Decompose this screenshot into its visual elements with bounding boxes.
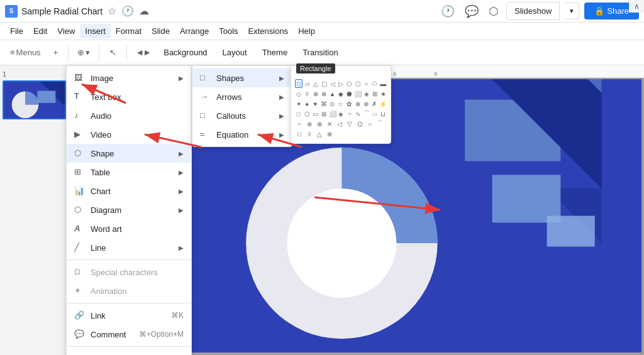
shape-r4-2[interactable]: ⬡ — [303, 109, 310, 118]
comment-btn[interactable]: 💬 — [462, 2, 481, 21]
shape-r6-3[interactable]: △ — [315, 129, 324, 138]
menu-view[interactable]: View — [52, 24, 80, 38]
history-icon[interactable]: 🕐 — [121, 5, 134, 17]
shape-bolt[interactable]: ⚡ — [379, 99, 387, 108]
slideshow-button[interactable]: Slideshow — [506, 2, 560, 20]
shape-r4-11[interactable]: ⊔ — [380, 109, 387, 118]
shape-triangle[interactable]: △ — [312, 79, 319, 88]
insert-diagram[interactable]: ⬡ Diagram ▶ — [67, 200, 191, 219]
layout-button[interactable]: Layout — [216, 45, 253, 60]
shape-r4-9[interactable]: ⌒ — [363, 109, 370, 118]
star-icon[interactable]: ☆ — [108, 5, 116, 17]
shape-r5-3[interactable]: ⊗ — [315, 119, 324, 128]
shape-r5-6[interactable]: ▽ — [345, 119, 354, 128]
shape-r5-9[interactable]: ⌒ — [375, 119, 384, 128]
shape-sq[interactable]: ⬜ — [354, 89, 362, 98]
insert-shape[interactable]: ⬡ Shape ▶ — [67, 144, 191, 163]
menu-extensions[interactable]: Extensions — [243, 24, 294, 38]
insert-textbox[interactable]: T Text box — [67, 87, 191, 106]
shape-r5-1[interactable]: ⌣ — [295, 119, 304, 128]
shape-plus[interactable]: ⊕ — [354, 99, 361, 108]
insert-link[interactable]: 🔗 Link ⌘K — [67, 306, 191, 325]
menu-slide[interactable]: Slide — [147, 24, 175, 38]
shape-rectangle[interactable]: □ — [295, 79, 303, 88]
background-button[interactable]: Background — [157, 45, 213, 60]
insert-audio[interactable]: ♪ Audio — [67, 106, 191, 125]
insert-video[interactable]: ▶ Video — [67, 125, 191, 144]
shape-ring[interactable]: ⊗ — [362, 99, 369, 108]
menu-tools[interactable]: Tools — [214, 24, 243, 38]
shape-r4-7[interactable]: ~ — [346, 109, 353, 118]
shape-r4-3[interactable]: ▭ — [312, 109, 319, 118]
shape-spade[interactable]: ♠ — [303, 99, 310, 108]
menu-arrange[interactable]: Arrange — [175, 24, 214, 38]
shape-cross2[interactable]: ✗ — [371, 99, 378, 108]
shape-star4[interactable]: ✦ — [295, 99, 302, 108]
shape-cross[interactable]: ⊕ — [312, 89, 319, 98]
slideshow-dropdown[interactable]: ▾ — [565, 3, 579, 19]
apps-btn[interactable]: ⬡ — [486, 2, 501, 21]
shape-hexagon[interactable]: ⬡ — [354, 79, 361, 88]
shape-flower[interactable]: ✿ — [345, 99, 352, 108]
shape-r4-10[interactable]: ⌓ — [371, 109, 378, 118]
shape-uptri[interactable]: ▲ — [329, 89, 336, 98]
slide-thumbnail[interactable] — [3, 80, 66, 119]
insert-chart[interactable]: 📊 Chart ▶ — [67, 182, 191, 200]
shape-cmd[interactable]: ⌘ — [320, 99, 327, 108]
shape-rounded-rect[interactable]: ▢ — [321, 79, 328, 88]
insert-line[interactable]: ╱ Line ▶ — [67, 238, 191, 257]
shape-sq2[interactable]: ◈ — [363, 89, 370, 98]
shape-circle2[interactable]: ⊙ — [329, 99, 336, 108]
shape-pentagon[interactable]: ⬠ — [346, 79, 353, 88]
shape-r5-5[interactable]: ◁ — [335, 119, 344, 128]
shape-diamond2[interactable]: ◊ — [303, 89, 310, 98]
shape-diamond3[interactable]: ◆ — [337, 89, 344, 98]
shape-r4-8[interactable]: ∿ — [354, 109, 361, 118]
shape-r4-5[interactable]: ⬜ — [329, 109, 336, 118]
shape-heart[interactable]: ♥ — [312, 99, 319, 108]
shape-r4-6[interactable]: ◈ — [338, 109, 345, 118]
shape-rect2[interactable]: ▬ — [380, 79, 387, 88]
shape-star5[interactable]: ☆ — [337, 99, 344, 108]
shape-r5-4[interactable]: ✕ — [325, 119, 334, 128]
shape-right-tri[interactable]: ▷ — [337, 79, 344, 88]
menu-edit[interactable]: Edit — [28, 24, 52, 38]
shape-arrows[interactable]: → Arrows ▶ — [192, 87, 292, 106]
insert-wordart[interactable]: A Word art — [67, 219, 191, 238]
shape-diamond[interactable]: ◇ — [295, 89, 302, 98]
shape-left-tri[interactable]: ◁ — [329, 79, 336, 88]
insert-newslide[interactable]: + New slide Ctrl+M — [67, 349, 191, 355]
shape-r4-1[interactable]: □ — [295, 109, 302, 118]
menu-format[interactable]: Format — [111, 24, 147, 38]
add-slide-button[interactable]: + — [48, 45, 64, 60]
cursor-button[interactable]: ↖ — [104, 45, 121, 60]
shape-r6-1[interactable]: □ — [295, 129, 304, 138]
menu-help[interactable]: Help — [293, 24, 320, 38]
shape-ellipse[interactable]: ⬭ — [371, 79, 378, 88]
menus-button[interactable]: ≡ Menus — [5, 45, 46, 60]
cloud-icon[interactable]: ☁ — [139, 5, 149, 17]
shape-callouts[interactable]: □ Callouts ▶ — [192, 106, 292, 125]
history-btn[interactable]: 🕐 — [438, 2, 457, 21]
shape-star[interactable]: ★ — [380, 89, 387, 98]
shape-x[interactable]: ⊗ — [320, 89, 327, 98]
insert-table[interactable]: ⊞ Table ▶ — [67, 163, 191, 182]
zoom-button[interactable]: ⊕▾ — [74, 45, 94, 60]
shape-circle[interactable]: ○ — [363, 79, 370, 88]
insert-image[interactable]: 🖼 Image ▶ — [67, 68, 191, 87]
shape-grid[interactable]: ⊞ — [371, 89, 378, 98]
theme-button[interactable]: Theme — [256, 45, 294, 60]
shape-shapes[interactable]: □ Shapes ▶ — [192, 68, 292, 87]
transition-button[interactable]: Transition — [296, 45, 345, 60]
shape-r4-4[interactable]: ⊞ — [320, 109, 327, 118]
insert-comment[interactable]: 💬 Comment ⌘+Option+M — [67, 325, 191, 344]
shape-oct[interactable]: ⬟ — [345, 89, 352, 98]
shape-r5-2[interactable]: ⊕ — [305, 119, 314, 128]
shape-r5-7[interactable]: ⌬ — [355, 119, 364, 128]
shape-parallelogram[interactable]: ▱ — [304, 79, 311, 88]
collapse-button[interactable]: ∧ — [629, 0, 644, 13]
menu-insert[interactable]: Insert — [80, 24, 111, 38]
shape-r5-8[interactable]: ∩ — [365, 119, 374, 128]
menu-file[interactable]: File — [5, 24, 28, 38]
shape-r6-2[interactable]: ◊ — [305, 129, 314, 138]
